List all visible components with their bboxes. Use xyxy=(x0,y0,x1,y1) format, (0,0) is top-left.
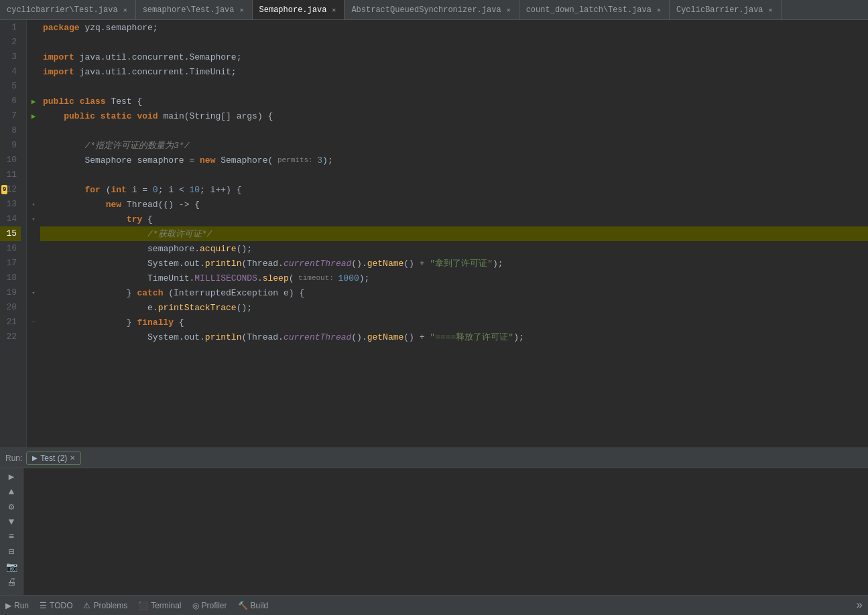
method-get-name2: getName xyxy=(367,332,404,342)
param-timeout: timeout: xyxy=(294,274,338,282)
gutter-9 xyxy=(27,138,40,153)
num-0: 0 xyxy=(153,185,158,195)
keyword-for: for xyxy=(84,185,100,195)
code-line-6: public class Test { xyxy=(40,94,868,109)
fold-19[interactable]: ▾ xyxy=(32,289,35,297)
keyword-package: package xyxy=(43,23,80,33)
line-num-17: 17 xyxy=(0,256,21,271)
method-current-thread2: currentThread xyxy=(284,332,351,342)
run-arrow-7[interactable]: ▶ xyxy=(32,112,36,121)
run-header: Run: ▶ Test (2) ✕ xyxy=(0,448,868,468)
gutter-17 xyxy=(27,256,40,271)
gutter-15 xyxy=(27,226,40,241)
code-line-13: new Thread(() -> { xyxy=(40,197,868,212)
profiler-label: Profiler xyxy=(202,601,227,610)
tab-cyclicbarrier-java[interactable]: CyclicBarrier.java ✕ xyxy=(670,0,782,20)
run-down-button[interactable]: ▼ xyxy=(4,517,19,527)
gutter-13: ▾ xyxy=(27,197,40,212)
line-num-22: 22 xyxy=(0,330,21,344)
str-release: "====释放了许可证" xyxy=(430,331,513,343)
tab-label: semaphore\Test.java xyxy=(143,5,235,15)
run-arrow-6[interactable]: ▶ xyxy=(32,97,36,106)
fold-21[interactable]: ─ xyxy=(32,319,35,326)
run-up-button[interactable]: ▲ xyxy=(4,486,19,497)
code-line-20: e.printStackTrace(); xyxy=(40,300,868,315)
code-line-1: package yzq.semaphore; xyxy=(40,20,868,35)
line-num-10: 10 xyxy=(0,153,21,167)
terminal-button[interactable]: ⬛ Terminal xyxy=(138,601,181,610)
gutter-20 xyxy=(27,300,40,315)
todo-button[interactable]: ☰ TODO xyxy=(40,601,72,610)
tab-cyclicbarrier[interactable]: cyclicbarrier\Test.java ✕ xyxy=(0,0,136,20)
code-line-17: System.out.println(Thread.currentThread(… xyxy=(40,256,868,271)
tab-close-semaphore-test[interactable]: ✕ xyxy=(239,5,245,15)
code-line-16: semaphore.acquire(); xyxy=(40,241,868,256)
status-expand-icon[interactable]: » xyxy=(856,600,863,612)
run-sidebar: ▶ ▲ ⚙ ▼ ≡ ⊟ 📷 🖨 ⬆ » xyxy=(0,468,23,595)
line-num-1: 1 xyxy=(0,20,21,35)
gutter-5 xyxy=(27,79,40,94)
profiler-button[interactable]: ◎ Profiler xyxy=(192,601,227,610)
num-10: 10 xyxy=(189,185,200,195)
gutter-6[interactable]: ▶ xyxy=(27,94,40,109)
tab-close-cyclicbarrier[interactable]: ✕ xyxy=(122,5,129,15)
keyword-static7: static xyxy=(101,111,132,121)
method-current-thread: currentThread xyxy=(284,259,351,269)
run-wrap-button[interactable]: ≡ xyxy=(4,531,19,542)
num-1000: 1000 xyxy=(338,273,359,283)
run-settings-button[interactable]: ⚙ xyxy=(4,501,19,512)
run-print-button[interactable]: 🖨 xyxy=(4,577,19,588)
run-panel: Run: ▶ Test (2) ✕ ▶ ▲ ⚙ ▼ ≡ ⊟ 📷 🖨 ⬆ » xyxy=(0,448,868,595)
line-num-15: 15 xyxy=(0,226,21,241)
run-play-button[interactable]: ▶ xyxy=(4,471,19,482)
problems-label: Problems xyxy=(93,601,127,610)
run-label: Run: xyxy=(5,454,22,463)
code-line-11 xyxy=(40,167,868,182)
tab-aqs[interactable]: AbstractQueuedSynchronizer.java ✕ xyxy=(345,0,519,20)
problems-button[interactable]: ⚠ Problems xyxy=(83,601,127,610)
tab-close-cyclicbarrier-java[interactable]: ✕ xyxy=(767,5,774,15)
keyword-public7: public xyxy=(64,111,95,121)
code-line-15: /*获取许可证*/ xyxy=(40,226,868,241)
code-line-8 xyxy=(40,123,868,138)
profiler-icon: ◎ xyxy=(192,601,199,610)
line-num-3: 3 xyxy=(0,50,21,64)
run-camera-button[interactable]: 📷 xyxy=(4,561,19,573)
gutter-7[interactable]: ▶ xyxy=(27,109,40,123)
code-line-4: import java.util.concurrent.TimeUnit; xyxy=(40,64,868,79)
terminal-label: Terminal xyxy=(151,601,181,610)
method-println22: println xyxy=(205,332,242,342)
problems-icon: ⚠ xyxy=(83,601,90,610)
run-body: ▶ ▲ ⚙ ▼ ≡ ⊟ 📷 🖨 ⬆ » xyxy=(0,468,868,595)
gutter-11 xyxy=(27,167,40,182)
line-num-13: 13 xyxy=(0,197,21,212)
gutter-14: ▾ xyxy=(27,212,40,226)
code-line-2 xyxy=(40,35,868,50)
keyword-int: int xyxy=(111,185,126,195)
run-tab[interactable]: ▶ Test (2) ✕ xyxy=(26,452,81,465)
build-button[interactable]: 🔨 Build xyxy=(238,601,269,610)
fold-13[interactable]: ▾ xyxy=(32,201,35,208)
code-area[interactable]: package yzq.semaphore; import java.util.… xyxy=(40,20,868,448)
tab-label: AbstractQueuedSynchronizer.java xyxy=(351,5,501,15)
tab-close-aqs[interactable]: ✕ xyxy=(505,5,512,15)
tab-countdown[interactable]: count_down_latch\Test.java ✕ xyxy=(519,0,670,20)
keyword-import4: import xyxy=(43,67,74,77)
tab-close-countdown[interactable]: ✕ xyxy=(656,5,662,15)
tab-semaphore-java[interactable]: Semaphore.java ✕ xyxy=(253,0,345,20)
field-milliseconds: MILLISECONDS xyxy=(194,273,257,283)
num-3: 3 xyxy=(317,155,322,165)
run-tab-icon: ▶ xyxy=(32,454,38,462)
todo-label: TODO xyxy=(50,601,72,610)
method-println17: println xyxy=(205,259,242,269)
run-bottom-button[interactable]: ▶ Run xyxy=(5,601,29,610)
gutter-1 xyxy=(27,20,40,35)
run-tab-close[interactable]: ✕ xyxy=(70,454,75,462)
fold-14[interactable]: ▾ xyxy=(32,216,35,223)
tab-semaphore-test[interactable]: semaphore\Test.java ✕ xyxy=(136,0,253,20)
comment-15: /*获取许可证*/ xyxy=(147,228,212,240)
keyword-import3: import xyxy=(43,52,74,62)
gutter-21: ─ xyxy=(27,315,40,330)
run-align-button[interactable]: ⊟ xyxy=(4,546,19,557)
tab-close-semaphore-java[interactable]: ✕ xyxy=(330,5,337,15)
